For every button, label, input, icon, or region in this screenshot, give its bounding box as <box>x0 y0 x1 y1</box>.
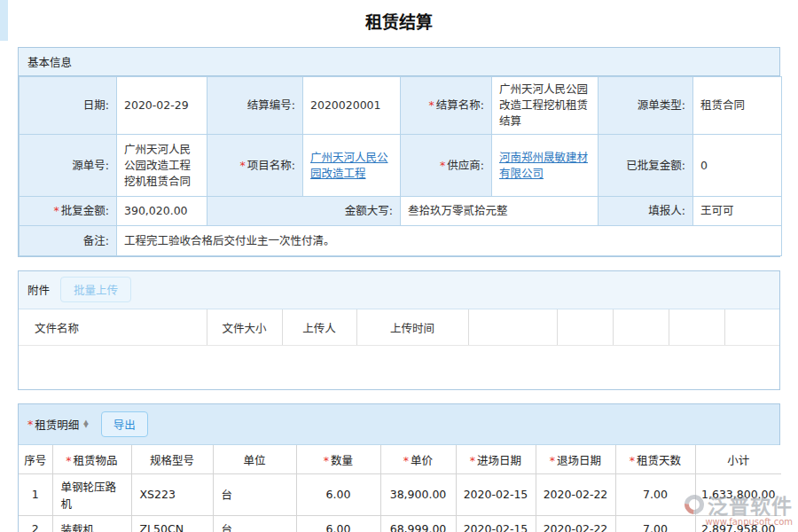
supplier-link[interactable]: 河南郑州晟敏建材有限公司 <box>499 151 588 180</box>
page-title: 租赁结算 <box>0 9 798 33</box>
rental-details-header: * 租赁明细 ▲▼ 导出 <box>19 404 779 445</box>
entry-date-cell: 2020-02-15 <box>456 473 536 515</box>
empty-header <box>669 309 724 345</box>
seq-no-cell: 1 <box>19 473 52 515</box>
sort-arrows-icon[interactable]: ▲▼ <box>83 421 88 428</box>
basic-info-table: 日期: 2020-02-29 结算编号: 2020020001 *结算名称: 广… <box>19 76 782 256</box>
approved-amount-value: 0 <box>693 135 782 197</box>
rental-details-table: 序号 *租赁物品 规格型号 单位 *数量 *单价 *进场日期 *退场日期 *租赁… <box>19 445 781 532</box>
rental-days-cell: 7.00 <box>615 473 695 515</box>
seq-no-header: 序号 <box>19 445 52 473</box>
settlement-no-value: 2020020001 <box>303 77 401 135</box>
rental-item-header: *租赁物品 <box>52 445 131 473</box>
settlement-name-label: *结算名称: <box>401 77 492 135</box>
basic-info-header: 基本信息 <box>19 48 779 76</box>
entry-date-cell: 2020-02-15 <box>456 515 536 532</box>
supplier-value: 河南郑州晟敏建材有限公司 <box>492 135 598 197</box>
required-asterisk: * <box>240 159 246 172</box>
upload-time-header: 上传时间 <box>356 309 468 345</box>
attachments-panel: 附件 批量上传 文件名称 文件大小 上传人 上传时间 <box>18 270 780 390</box>
source-no-value: 广州天河人民公园改造工程挖机租赁合同 <box>117 135 207 197</box>
amount-in-words-label: 金额大写: <box>207 197 401 226</box>
quantity-header: *数量 <box>296 445 380 473</box>
remark-value: 工程完工验收合格后交付业主一次性付清。 <box>117 226 782 256</box>
settlement-name-value: 广州天河人民公园改造工程挖机租赁结算 <box>492 77 598 135</box>
supplier-label: *供应商: <box>401 135 492 197</box>
required-asterisk: * <box>429 98 434 112</box>
model-spec-cell: ZL50CN <box>131 515 213 532</box>
approval-amount-label: *批复金额: <box>20 197 117 226</box>
uploader-header: 上传人 <box>282 309 356 345</box>
top-left-decoration <box>0 0 8 41</box>
quantity-cell: 6.00 <box>296 515 380 532</box>
attachments-title: 附件 <box>27 281 50 298</box>
project-name-label: *项目名称: <box>207 135 303 197</box>
subtotal-cell: 1,633,800.00 <box>695 473 781 515</box>
entry-date-header: *进场日期 <box>456 445 536 473</box>
remark-label: 备注: <box>20 226 117 256</box>
batch-upload-button[interactable]: 批量上传 <box>60 277 131 302</box>
table-row: 2 装载机 ZL50CN 台 6.00 68,999.00 2020-02-15… <box>19 515 781 532</box>
model-spec-cell: XS223 <box>131 473 213 515</box>
attachments-header-row: 文件名称 文件大小 上传人 上传时间 <box>19 309 779 345</box>
rental-days-header: *租赁天数 <box>615 445 695 473</box>
file-size-header: 文件大小 <box>207 309 282 345</box>
source-no-label: 源单号: <box>20 135 117 197</box>
model-spec-header: 规格型号 <box>131 445 213 473</box>
rental-item-cell: 单钢轮压路机 <box>52 473 131 515</box>
unit-price-header: *单价 <box>380 445 456 473</box>
rental-item-cell: 装载机 <box>52 515 131 532</box>
rental-details-title: 租赁明细 <box>35 416 79 433</box>
attachments-header: 附件 批量上传 <box>19 271 779 309</box>
exit-date-cell: 2020-02-22 <box>536 473 615 515</box>
rental-days-cell: 7.00 <box>615 515 695 532</box>
required-asterisk: * <box>27 418 33 431</box>
unit-cell: 台 <box>213 473 296 515</box>
empty-header <box>724 309 779 345</box>
empty-header <box>468 309 557 345</box>
empty-header <box>613 309 669 345</box>
details-header-row: 序号 *租赁物品 规格型号 单位 *数量 *单价 *进场日期 *退场日期 *租赁… <box>19 445 781 473</box>
project-link[interactable]: 广州天河人民公园改造工程 <box>310 151 388 180</box>
empty-header <box>557 309 613 345</box>
amount-in-words-value: 叁拾玖万零贰拾元整 <box>401 197 598 226</box>
subtotal-cell: 2,897,958.00 <box>695 515 781 532</box>
file-name-header: 文件名称 <box>19 309 207 345</box>
basic-info-panel: 基本信息 日期: 2020-02-29 结算编号: 2020020001 *结算… <box>18 47 780 257</box>
exit-date-header: *退场日期 <box>536 445 615 473</box>
approved-amount-label: 已批复金额: <box>598 135 693 197</box>
quantity-cell: 6.00 <box>296 473 380 515</box>
subtotal-header: 小计 <box>695 445 781 473</box>
source-type-value: 租赁合同 <box>693 77 782 135</box>
source-type-label: 源单类型: <box>598 77 693 135</box>
unit-header: 单位 <box>213 445 296 473</box>
unit-price-cell: 68,999.00 <box>380 515 456 532</box>
seq-no-cell: 2 <box>19 515 52 532</box>
unit-cell: 台 <box>213 515 296 532</box>
rental-details-panel: * 租赁明细 ▲▼ 导出 序号 *租赁物品 规格型号 单位 *数量 *单价 *进… <box>18 403 780 532</box>
unit-price-cell: 38,900.00 <box>380 473 456 515</box>
preparer-value: 王可可 <box>693 197 782 226</box>
attachments-table: 文件名称 文件大小 上传人 上传时间 <box>19 309 779 389</box>
preparer-label: 填报人: <box>598 197 693 226</box>
settlement-no-label: 结算编号: <box>207 77 303 135</box>
attachments-empty-area <box>19 345 779 389</box>
required-asterisk: * <box>440 159 445 172</box>
date-value: 2020-02-29 <box>117 77 207 135</box>
project-name-value: 广州天河人民公园改造工程 <box>303 135 401 197</box>
date-label: 日期: <box>20 77 117 135</box>
required-asterisk: * <box>54 204 59 217</box>
exit-date-cell: 2020-02-22 <box>536 515 615 532</box>
approval-amount-value: 390,020.00 <box>117 197 207 226</box>
table-row: 1 单钢轮压路机 XS223 台 6.00 38,900.00 2020-02-… <box>19 473 781 515</box>
export-button[interactable]: 导出 <box>101 411 148 437</box>
